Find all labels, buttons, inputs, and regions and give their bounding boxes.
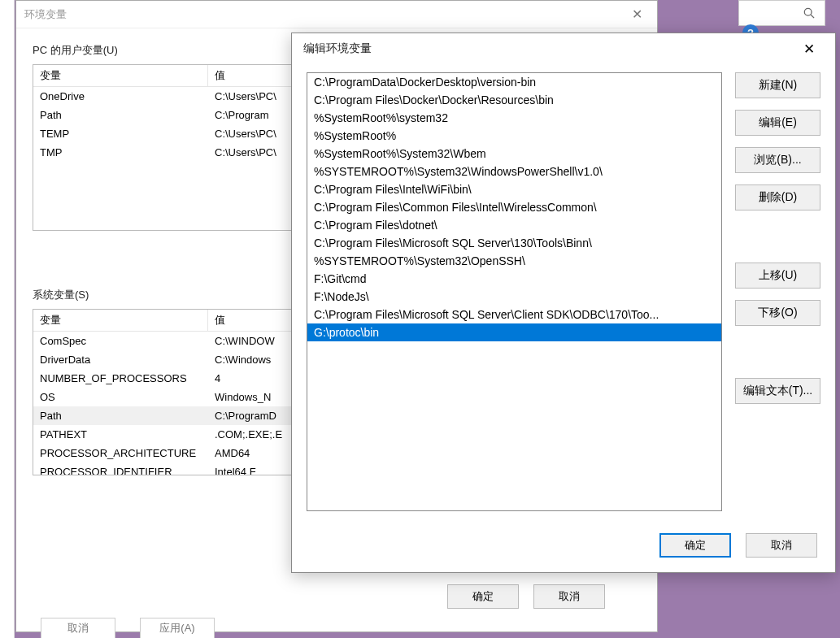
edit-dialog-title: 编辑环境变量 bbox=[303, 41, 372, 56]
list-item[interactable]: C:\Program Files\Microsoft SQL Server\13… bbox=[307, 234, 721, 252]
search-icon bbox=[803, 7, 815, 19]
list-item[interactable]: G:\protoc\bin bbox=[307, 323, 721, 341]
apply-button[interactable]: 应用(A) bbox=[140, 618, 215, 638]
edit-text-button[interactable]: 编辑文本(T)... bbox=[735, 378, 820, 404]
svg-line-1 bbox=[811, 15, 814, 18]
cancel2-button[interactable]: 取消 bbox=[41, 618, 115, 638]
var-name: TMP bbox=[33, 145, 208, 160]
path-list[interactable]: C:\ProgramData\DockerDesktop\version-bin… bbox=[307, 72, 722, 511]
col-header-var[interactable]: 变量 bbox=[33, 65, 208, 86]
list-item[interactable]: C:\ProgramData\DockerDesktop\version-bin bbox=[307, 73, 721, 91]
close-icon[interactable]: ✕ bbox=[625, 2, 649, 27]
list-item[interactable]: C:\Program Files\Docker\Docker\Resources… bbox=[307, 91, 721, 109]
edit-dialog-titlebar: 编辑环境变量 ✕ bbox=[292, 33, 835, 64]
var-name: PROCESSOR_ARCHITECTURE bbox=[33, 445, 208, 461]
var-name: DriverData bbox=[33, 352, 208, 367]
list-item[interactable]: %SYSTEMROOT%\System32\WindowsPowerShell\… bbox=[307, 163, 721, 180]
ok-button[interactable]: 确定 bbox=[659, 533, 731, 558]
list-item[interactable]: C:\Program Files\dotnet\ bbox=[307, 216, 721, 234]
var-name: ComSpec bbox=[33, 333, 208, 349]
search-box[interactable] bbox=[738, 0, 825, 26]
col-header-var[interactable]: 变量 bbox=[33, 310, 208, 331]
delete-button[interactable]: 删除(D) bbox=[735, 184, 820, 210]
var-name: NUMBER_OF_PROCESSORS bbox=[33, 371, 208, 386]
list-item[interactable]: F:\Git\cmd bbox=[307, 270, 721, 288]
var-name: OneDrive bbox=[33, 89, 208, 104]
list-item[interactable]: F:\NodeJs\ bbox=[307, 288, 721, 306]
list-item[interactable]: C:\Program Files\Intel\WiFi\bin\ bbox=[307, 180, 721, 198]
new-button[interactable]: 新建(N) bbox=[735, 72, 820, 98]
var-name: OS bbox=[33, 389, 208, 405]
close-icon[interactable]: ✕ bbox=[794, 37, 824, 61]
cancel-button[interactable]: 取消 bbox=[533, 584, 605, 609]
var-name: PROCESSOR_IDENTIFIER bbox=[33, 464, 208, 475]
cancel-button[interactable]: 取消 bbox=[746, 533, 817, 558]
var-name: PATHEXT bbox=[33, 427, 208, 442]
move-down-button[interactable]: 下移(O) bbox=[735, 300, 820, 326]
svg-point-0 bbox=[804, 8, 812, 15]
list-item[interactable]: %SystemRoot%\System32\Wbem bbox=[307, 145, 721, 163]
left-panel-sliver bbox=[0, 0, 15, 638]
edit-button[interactable]: 编辑(E) bbox=[735, 110, 820, 136]
edit-env-var-dialog: 编辑环境变量 ✕ C:\ProgramData\DockerDesktop\ve… bbox=[291, 33, 836, 573]
list-item[interactable]: %SystemRoot%\system32 bbox=[307, 109, 721, 127]
browse-button[interactable]: 浏览(B)... bbox=[735, 147, 820, 173]
list-item[interactable]: C:\Program Files\Common Files\Intel\Wire… bbox=[307, 198, 721, 216]
var-name: Path bbox=[33, 408, 208, 423]
env-dialog-titlebar: 环境变量 ✕ bbox=[16, 1, 657, 28]
var-name: Path bbox=[33, 107, 208, 123]
move-up-button[interactable]: 上移(U) bbox=[735, 263, 820, 289]
list-item[interactable]: C:\Program Files\Microsoft SQL Server\Cl… bbox=[307, 306, 721, 323]
list-item[interactable]: %SystemRoot% bbox=[307, 127, 721, 145]
list-item[interactable]: %SYSTEMROOT%\System32\OpenSSH\ bbox=[307, 252, 721, 270]
ok-button[interactable]: 确定 bbox=[447, 584, 519, 609]
env-dialog-title: 环境变量 bbox=[24, 7, 67, 22]
var-name: TEMP bbox=[33, 126, 208, 141]
